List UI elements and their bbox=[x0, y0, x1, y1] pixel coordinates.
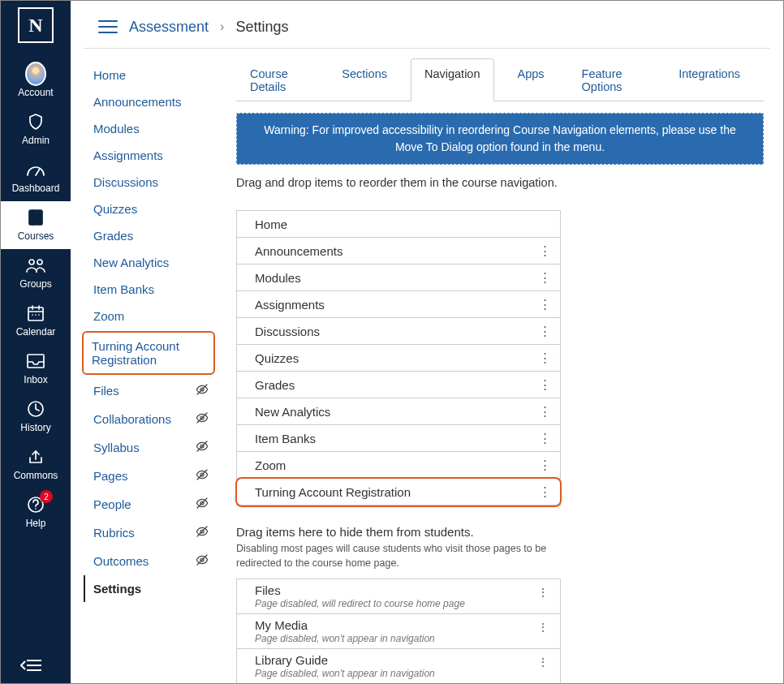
kebab-icon[interactable]: ⋮ bbox=[539, 431, 549, 445]
nav-row-label: Home bbox=[255, 217, 287, 231]
nav-row[interactable]: Turning Account Registration⋮ bbox=[237, 479, 560, 505]
hidden-icon bbox=[196, 525, 209, 540]
coursenav-item[interactable]: People bbox=[84, 490, 213, 518]
tab-course-details[interactable]: Course Details bbox=[236, 58, 318, 101]
coursenav-item[interactable]: Syllabus bbox=[84, 433, 213, 462]
tab-sections[interactable]: Sections bbox=[328, 58, 401, 101]
nav-row-label: Discussions bbox=[255, 325, 320, 338]
nav-row[interactable]: Announcements⋮ bbox=[237, 238, 560, 265]
coursenav-item[interactable]: Announcements bbox=[84, 88, 213, 115]
nav-row[interactable]: New Analytics⋮ bbox=[237, 398, 560, 425]
coursenav-item[interactable]: Settings bbox=[84, 575, 213, 602]
coursenav-item[interactable]: Files bbox=[84, 376, 213, 405]
nav-row[interactable]: Assignments⋮ bbox=[237, 291, 560, 318]
coursenav-item[interactable]: Turning Account Registration bbox=[82, 331, 215, 375]
coursenav-item[interactable]: Home bbox=[84, 62, 213, 88]
nav-row-label: Assignments bbox=[255, 298, 325, 312]
kebab-icon[interactable]: ⋮ bbox=[537, 583, 549, 599]
coursenav-item[interactable]: Collaborations bbox=[84, 405, 213, 433]
coursenav-label: Quizzes bbox=[93, 202, 137, 216]
coursenav-item[interactable]: Rubrics bbox=[84, 518, 213, 547]
nav-row[interactable]: Modules⋮ bbox=[237, 265, 560, 291]
kebab-icon[interactable]: ⋮ bbox=[539, 324, 549, 338]
gnav-account[interactable]: Account bbox=[1, 58, 71, 105]
tab-integrations[interactable]: Integrations bbox=[665, 58, 754, 101]
nav-row[interactable]: Zoom⋮ bbox=[237, 452, 560, 479]
nav-row[interactable]: Discussions⋮ bbox=[237, 318, 560, 345]
hidden-row-note: Page disabled, won't appear in navigatio… bbox=[255, 633, 435, 644]
svg-line-0 bbox=[36, 169, 40, 175]
gnav-history[interactable]: History bbox=[1, 393, 71, 441]
breadcrumb-bar: Assessment › Settings bbox=[84, 6, 770, 49]
coursenav-label: Outcomes bbox=[93, 554, 149, 568]
gnav-commons[interactable]: Commons bbox=[1, 441, 71, 488]
tab-feature-options[interactable]: Feature Options bbox=[568, 58, 656, 101]
coursenav-item[interactable]: Outcomes bbox=[84, 547, 213, 575]
hidden-row[interactable]: Library Guide Page disabled, won't appea… bbox=[237, 649, 560, 683]
nav-row-label: Announcements bbox=[255, 244, 342, 258]
gnav-label: Admin bbox=[22, 135, 50, 146]
coursenav-item[interactable]: Quizzes bbox=[84, 196, 213, 222]
settings-tabs: Course DetailsSectionsNavigationAppsFeat… bbox=[236, 58, 764, 101]
kebab-icon[interactable]: ⋮ bbox=[539, 243, 549, 258]
coursenav-label: Grades bbox=[93, 229, 133, 243]
kebab-icon[interactable]: ⋮ bbox=[539, 404, 549, 419]
hidden-icon bbox=[196, 383, 209, 398]
hidden-section-heading: Drag items here to hide them from studen… bbox=[236, 525, 764, 539]
tab-navigation[interactable]: Navigation bbox=[411, 58, 494, 101]
coursenav-item[interactable]: Grades bbox=[84, 222, 213, 249]
kebab-icon[interactable]: ⋮ bbox=[537, 618, 549, 634]
kebab-icon[interactable]: ⋮ bbox=[539, 377, 549, 392]
coursenav-item[interactable]: New Analytics bbox=[84, 249, 213, 276]
nav-row[interactable]: Quizzes⋮ bbox=[237, 345, 560, 372]
breadcrumb-parent[interactable]: Assessment bbox=[129, 19, 209, 36]
kebab-icon[interactable]: ⋮ bbox=[539, 484, 549, 499]
gnav-help[interactable]: Help 2 bbox=[1, 488, 71, 536]
nav-row[interactable]: Home bbox=[237, 211, 560, 238]
gnav-calendar[interactable]: Calendar bbox=[1, 297, 71, 345]
breadcrumb-separator: › bbox=[220, 19, 224, 34]
kebab-icon[interactable]: ⋮ bbox=[537, 653, 549, 669]
school-logo[interactable]: N bbox=[18, 7, 54, 43]
hidden-section-note: Disabling most pages will cause students… bbox=[236, 542, 561, 570]
collapse-nav-button[interactable] bbox=[1, 650, 71, 683]
gnav-inbox[interactable]: Inbox bbox=[1, 345, 71, 393]
gnav-dashboard[interactable]: Dashboard bbox=[1, 153, 71, 201]
hidden-nav-list[interactable]: Files Page disabled, will redirect to co… bbox=[236, 579, 561, 683]
coursenav-item[interactable]: Assignments bbox=[84, 142, 213, 169]
coursenav-item[interactable]: Item Banks bbox=[84, 276, 213, 303]
kebab-icon[interactable]: ⋮ bbox=[539, 351, 549, 365]
coursenav-label: Files bbox=[93, 384, 119, 398]
coursenav-item[interactable]: Pages bbox=[84, 462, 213, 490]
coursenav-item[interactable]: Discussions bbox=[84, 169, 213, 196]
coursenav-label: People bbox=[93, 497, 131, 511]
shield-icon bbox=[25, 111, 46, 132]
gnav-label: Commons bbox=[14, 470, 58, 481]
kebab-icon[interactable]: ⋮ bbox=[539, 458, 549, 472]
nav-row[interactable]: Item Banks⋮ bbox=[237, 425, 560, 452]
gnav-label: Calendar bbox=[16, 326, 56, 338]
tab-apps[interactable]: Apps bbox=[504, 58, 558, 101]
coursenav-label: Pages bbox=[93, 469, 128, 483]
coursenav-item[interactable]: Zoom bbox=[84, 303, 213, 329]
hamburger-icon[interactable] bbox=[98, 17, 118, 37]
hidden-row[interactable]: My Media Page disabled, won't appear in … bbox=[237, 614, 560, 649]
hidden-icon bbox=[196, 553, 209, 569]
hidden-row[interactable]: Files Page disabled, will redirect to co… bbox=[237, 579, 560, 614]
gnav-groups[interactable]: Groups bbox=[1, 249, 71, 297]
enabled-nav-list[interactable]: HomeAnnouncements⋮Modules⋮Assignments⋮Di… bbox=[236, 210, 561, 505]
coursenav-item[interactable]: Modules bbox=[84, 115, 213, 142]
coursenav-label: Collaborations bbox=[93, 412, 171, 426]
kebab-icon[interactable]: ⋮ bbox=[539, 297, 549, 312]
gnav-courses[interactable]: Courses bbox=[1, 201, 71, 249]
course-nav: HomeAnnouncementsModulesAssignmentsDiscu… bbox=[82, 49, 220, 683]
kebab-icon[interactable]: ⋮ bbox=[539, 270, 549, 285]
drag-instruction: Drag and drop items to reorder them in t… bbox=[236, 176, 764, 189]
clock-icon bbox=[25, 398, 46, 419]
nav-row-label: Grades bbox=[255, 378, 295, 392]
gnav-admin[interactable]: Admin bbox=[1, 105, 71, 153]
coursenav-label: Settings bbox=[93, 582, 141, 596]
nav-row[interactable]: Grades⋮ bbox=[237, 372, 560, 398]
accessibility-warning: Warning: For improved accessibility in r… bbox=[236, 113, 764, 165]
gnav-label: Account bbox=[18, 87, 53, 98]
